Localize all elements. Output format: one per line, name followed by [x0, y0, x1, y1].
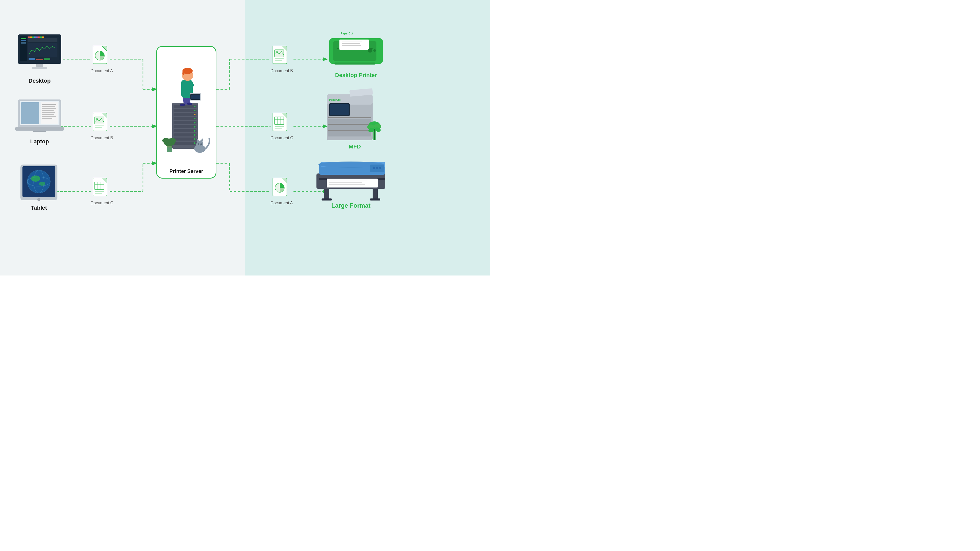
svg-point-120 — [162, 138, 169, 143]
svg-rect-46 — [41, 102, 58, 124]
svg-rect-50 — [42, 110, 54, 111]
svg-point-99 — [194, 118, 196, 119]
svg-point-65 — [37, 198, 40, 201]
svg-point-101 — [194, 126, 196, 127]
doc-c-left: Document C — [91, 177, 113, 205]
svg-rect-134 — [275, 60, 282, 61]
svg-rect-35 — [32, 37, 34, 38]
svg-rect-26 — [21, 42, 26, 43]
svg-rect-41 — [36, 64, 43, 67]
desktop-label: Desktop — [29, 78, 51, 84]
mfd-label: MFD — [348, 143, 361, 150]
svg-text:PaperCut: PaperCut — [329, 98, 341, 101]
svg-point-108 — [180, 103, 185, 106]
doc-a-left-label: Document A — [91, 68, 113, 73]
svg-rect-31 — [36, 59, 43, 60]
svg-rect-190 — [324, 189, 329, 199]
doc-a-left: Document A — [91, 44, 113, 73]
doc-c-left-label: Document C — [91, 201, 113, 205]
svg-rect-113 — [183, 71, 185, 75]
svg-rect-168 — [328, 118, 371, 118]
svg-rect-54 — [42, 118, 52, 119]
svg-rect-133 — [275, 59, 284, 59]
svg-rect-93 — [173, 133, 197, 137]
svg-rect-188 — [329, 183, 363, 183]
svg-rect-48 — [42, 106, 55, 107]
svg-rect-87 — [173, 109, 197, 112]
svg-point-183 — [376, 167, 378, 169]
laptop-device: Laptop — [14, 98, 65, 145]
svg-rect-74 — [95, 125, 104, 126]
svg-rect-47 — [42, 104, 56, 105]
svg-point-105 — [194, 142, 196, 144]
svg-rect-30 — [29, 58, 35, 60]
mfd-printer: PaperCut MFD — [324, 87, 385, 150]
svg-rect-83 — [95, 191, 104, 192]
svg-rect-92 — [173, 129, 197, 132]
svg-rect-24 — [21, 38, 26, 39]
svg-rect-32 — [44, 59, 50, 60]
svg-rect-34 — [30, 37, 32, 38]
svg-point-96 — [194, 106, 196, 107]
svg-point-100 — [194, 122, 196, 124]
svg-rect-39 — [40, 37, 42, 38]
svg-point-157 — [373, 49, 376, 52]
svg-rect-86 — [173, 105, 197, 108]
svg-rect-42 — [32, 67, 47, 69]
svg-rect-55 — [15, 127, 64, 130]
svg-point-64 — [39, 182, 45, 186]
svg-rect-165 — [328, 119, 371, 124]
svg-rect-37 — [36, 37, 38, 38]
svg-point-184 — [379, 167, 381, 169]
doc-b-right-label: Document B — [270, 68, 293, 73]
svg-rect-169 — [328, 124, 371, 125]
svg-rect-189 — [329, 184, 365, 185]
svg-rect-88 — [173, 113, 197, 116]
svg-point-102 — [194, 130, 196, 132]
svg-rect-154 — [342, 43, 360, 44]
svg-point-63 — [31, 176, 40, 182]
svg-rect-143 — [275, 128, 282, 129]
svg-rect-94 — [173, 138, 197, 141]
svg-text:PaperCut: PaperCut — [341, 32, 353, 35]
doc-b-left: Document B — [91, 112, 113, 140]
svg-rect-153 — [342, 41, 363, 42]
svg-rect-51 — [42, 112, 56, 113]
svg-rect-95 — [173, 141, 197, 144]
svg-rect-56 — [33, 130, 46, 132]
tablet-device: Tablet — [18, 163, 60, 211]
svg-rect-192 — [321, 198, 332, 200]
svg-rect-53 — [42, 116, 56, 117]
svg-rect-187 — [329, 181, 368, 181]
svg-point-104 — [194, 138, 196, 140]
desktop-printer-label: Desktop Printer — [335, 72, 377, 79]
printer-server-box: Printer Server — [156, 46, 216, 179]
svg-point-103 — [194, 134, 196, 136]
svg-rect-191 — [372, 189, 378, 199]
svg-point-194 — [318, 162, 384, 168]
laptop-label: Laptop — [30, 138, 49, 145]
svg-rect-117 — [191, 95, 200, 99]
tablet-label: Tablet — [31, 205, 47, 211]
svg-rect-193 — [370, 198, 380, 200]
svg-rect-25 — [21, 40, 26, 41]
svg-rect-38 — [38, 37, 40, 38]
svg-point-127 — [198, 143, 199, 145]
svg-point-109 — [187, 103, 192, 105]
doc-a-right-label: Document A — [270, 201, 293, 205]
svg-rect-52 — [42, 114, 54, 115]
doc-a-right: Document A — [270, 177, 293, 205]
svg-rect-155 — [342, 45, 361, 46]
svg-rect-167 — [328, 131, 371, 137]
svg-rect-75 — [95, 127, 102, 128]
svg-rect-45 — [21, 102, 39, 124]
svg-rect-36 — [34, 37, 36, 38]
svg-rect-40 — [42, 37, 44, 38]
svg-rect-170 — [328, 130, 371, 131]
large-format-label: Large Format — [331, 202, 370, 209]
svg-rect-89 — [173, 117, 197, 120]
desktop-printer: PaperCut Desktop Printer — [327, 25, 385, 79]
svg-rect-142 — [275, 126, 284, 127]
desktop-device: Desktop — [15, 33, 64, 84]
svg-rect-166 — [328, 125, 371, 130]
